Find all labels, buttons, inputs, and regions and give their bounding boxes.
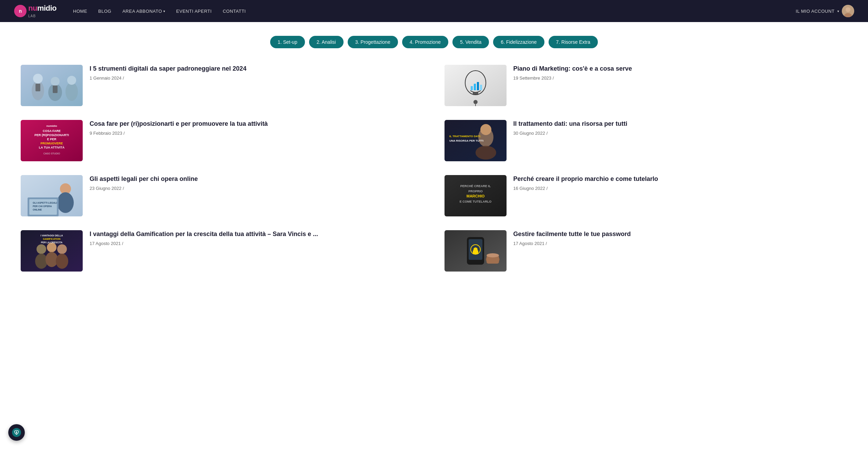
area-abbonato-chevron: ▾ (163, 9, 165, 13)
svg-rect-65 (473, 250, 478, 254)
svg-point-7 (33, 74, 43, 83)
article-title-article-8[interactable]: Gestire facilmente tutte le tue password (513, 230, 848, 238)
article-title-article-5[interactable]: Gli aspetti legali per chi opera online (90, 175, 424, 183)
svg-text:PROPRIO: PROPRIO (468, 190, 483, 193)
svg-text:IL TRATTAMENTO DATI:: IL TRATTAMENTO DATI: (449, 135, 481, 138)
tag-pill-analisi[interactable]: 2. Analisi (309, 36, 344, 48)
article-info-article-6: Perché creare il proprio marchio e come … (513, 175, 848, 191)
article-info-article-5: Gli aspetti legali per chi opera online2… (90, 175, 424, 191)
svg-text:PERCHÉ CREARE IL: PERCHÉ CREARE IL (460, 184, 491, 188)
article-info-article-1: I 5 strumenti digitali da saper padroneg… (90, 65, 424, 81)
logo-icon: n (14, 4, 27, 18)
article-thumbnail-article-6[interactable]: PERCHÉ CREARE IL PROPRIO MARCHIO E COME … (445, 175, 507, 216)
svg-text:UNA RISORSA PER TUTTI: UNA RISORSA PER TUTTI (449, 139, 483, 142)
svg-point-39 (57, 192, 74, 213)
article-date-article-1: 1 Gennaio 2024 / (90, 75, 424, 81)
article-thumbnail-article-8[interactable] (445, 230, 507, 272)
article-date-article-7: 17 Agosto 2021 / (90, 241, 424, 246)
article-item-article-1: I 5 strumenti digitali da saper padroneg… (21, 65, 424, 106)
article-date-article-4: 30 Giugno 2022 / (513, 131, 848, 136)
tag-pill-vendita[interactable]: 5. Vendita (452, 36, 489, 48)
article-item-article-8: Gestire facilmente tutte le tue password… (445, 230, 848, 272)
logo[interactable]: n numidio LAB (14, 4, 57, 18)
article-date-article-2: 19 Settembre 2023 / (513, 75, 848, 81)
svg-text:ONLINE: ONLINE (33, 208, 42, 211)
tags-row: 1. Set-up2. Analisi3. Progettazione4. Pr… (21, 36, 847, 48)
article-date-article-3: 9 Febbraio 2023 / (90, 131, 424, 136)
nav-item-area-abbonato[interactable]: AREA ABBONATO ▾ (122, 9, 165, 14)
article-item-article-7: I VANTAGGI DELLA GAMIFICATION PER LA CRE… (21, 230, 424, 272)
logo-nu: nu (28, 4, 37, 12)
my-account-label[interactable]: IL MIO ACCOUNT (796, 9, 835, 14)
tag-pill-fidelizzazione[interactable]: 6. Fidelizzazione (493, 36, 544, 48)
svg-rect-8 (35, 84, 40, 91)
article-title-article-7[interactable]: I vantaggi della Gamification per la cre… (90, 230, 424, 238)
svg-point-21 (473, 100, 478, 104)
article-title-article-6[interactable]: Perché creare il proprio marchio e come … (513, 175, 848, 183)
navbar: n numidio LAB HOME BLOG AREA ABBONATO ▾ … (0, 0, 868, 22)
svg-text:numidio: numidio (46, 124, 57, 127)
article-thumbnail-article-5[interactable]: GLI ASPETTI LEGALI PER CHI OPERA ONLINE (21, 175, 83, 216)
article-thumbnail-article-7[interactable]: I VANTAGGI DELLA GAMIFICATION PER LA CRE… (21, 230, 83, 272)
svg-text:n: n (19, 8, 22, 14)
article-info-article-4: Il trattamento dati: una risorsa per tut… (513, 120, 848, 136)
nav-link-blog[interactable]: BLOG (98, 9, 111, 14)
svg-text:MARCHIO: MARCHIO (466, 194, 484, 198)
logo-lab: LAB (28, 14, 36, 18)
svg-text:PER LA CRESCITA: PER LA CRESCITA (41, 241, 63, 244)
tag-pill-risorse-extra[interactable]: 7. Risorse Extra (549, 36, 598, 48)
svg-text:GLI ASPETTI LEGALI: GLI ASPETTI LEGALI (33, 202, 57, 204)
svg-text:PROMUOVERE: PROMUOVERE (40, 142, 63, 145)
article-thumbnail-article-4[interactable]: IL TRATTAMENTO DATI: UNA RISORSA PER TUT… (445, 120, 507, 161)
article-thumbnail-article-2[interactable] (445, 65, 507, 106)
tag-pill-promozione[interactable]: 4. Promozione (402, 36, 448, 48)
svg-point-3 (846, 7, 850, 12)
svg-text:PER (RI)POSIZIONARTI: PER (RI)POSIZIONARTI (34, 133, 69, 137)
nav-item-contatti[interactable]: CONTATTI (223, 8, 246, 14)
svg-text:I VANTAGGI DELLA: I VANTAGGI DELLA (40, 234, 63, 237)
article-thumbnail-article-1[interactable] (21, 65, 83, 106)
svg-point-53 (47, 243, 57, 252)
svg-point-10 (51, 77, 60, 86)
logo-midio: midio (37, 4, 57, 12)
article-date-article-5: 23 Giugno 2022 / (90, 186, 424, 191)
nav-link-area-abbonato[interactable]: AREA ABBONATO (122, 9, 162, 14)
svg-rect-18 (474, 84, 476, 90)
svg-text:GAMIFICATION: GAMIFICATION (43, 238, 61, 240)
tag-pill-setup[interactable]: 1. Set-up (270, 36, 305, 48)
nav-link-contatti[interactable]: CONTATTI (223, 9, 246, 14)
article-info-article-2: Piano di Marketing: cos'è e a cosa serve… (513, 65, 848, 81)
logo-text: numidio (28, 4, 57, 12)
nav-item-eventi-aperti[interactable]: EVENTI APERTI (176, 8, 212, 14)
article-thumbnail-article-3[interactable]: numidio COSA FARE PER (RI)POSIZIONARTI E… (21, 120, 83, 161)
nav-link-home[interactable]: HOME (73, 9, 87, 14)
article-item-article-6: PERCHÉ CREARE IL PROPRIO MARCHIO E COME … (445, 175, 848, 216)
article-date-article-6: 16 Giugno 2022 / (513, 186, 848, 191)
avatar[interactable] (842, 5, 854, 17)
nav-link-eventi-aperti[interactable]: EVENTI APERTI (176, 9, 212, 14)
article-item-article-2: Piano di Marketing: cos'è e a cosa serve… (445, 65, 848, 106)
svg-point-34 (476, 146, 496, 160)
my-account-chevron: ▾ (837, 9, 839, 13)
svg-text:E PER: E PER (47, 137, 57, 141)
article-title-article-3[interactable]: Cosa fare per (ri)posizionarti e per pro… (90, 120, 424, 128)
svg-rect-19 (477, 82, 479, 90)
article-title-article-2[interactable]: Piano di Marketing: cos'è e a cosa serve (513, 65, 848, 73)
svg-point-33 (480, 124, 491, 135)
article-title-article-1[interactable]: I 5 strumenti digitali da saper padroneg… (90, 65, 424, 73)
navbar-right: IL MIO ACCOUNT ▾ (796, 5, 854, 17)
svg-point-13 (67, 76, 76, 85)
svg-rect-16 (473, 92, 478, 94)
main-content: 1. Set-up2. Analisi3. Progettazione4. Pr… (0, 22, 868, 285)
svg-point-68 (487, 253, 499, 257)
article-item-article-4: IL TRATTAMENTO DATI: UNA RISORSA PER TUT… (445, 120, 848, 161)
svg-point-55 (57, 244, 67, 254)
navbar-left: n numidio LAB HOME BLOG AREA ABBONATO ▾ … (14, 4, 246, 18)
nav-item-blog[interactable]: BLOG (98, 8, 111, 14)
article-title-article-4[interactable]: Il trattamento dati: una risorsa per tut… (513, 120, 848, 128)
nav-item-home[interactable]: HOME (73, 8, 87, 14)
svg-point-51 (37, 244, 46, 254)
tag-pill-progettazione[interactable]: 3. Progettazione (348, 36, 398, 48)
svg-rect-20 (480, 85, 482, 90)
svg-text:LA TUA ATTIVITÀ: LA TUA ATTIVITÀ (39, 146, 65, 149)
